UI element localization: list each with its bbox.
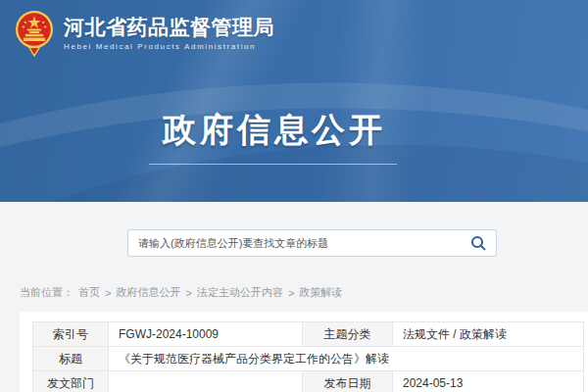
search-icon bbox=[470, 235, 486, 251]
table-row: 标题 《关于规范医疗器械产品分类界定工作的公告》解读 bbox=[33, 347, 584, 371]
breadcrumb-item-home[interactable]: 首页 bbox=[78, 285, 100, 300]
breadcrumb-separator: > bbox=[288, 287, 294, 299]
info-table: 索引号 FGWJ-2024-10009 主题分类 法规文件 / 政策解读 标题 … bbox=[32, 321, 584, 392]
topic-category-label: 主题分类 bbox=[303, 322, 393, 347]
brand-home-link[interactable]: 河北省药品监督管理局 Hebei Medical Products Admini… bbox=[14, 9, 274, 58]
header-banner: 河北省药品监督管理局 Hebei Medical Products Admini… bbox=[0, 0, 588, 202]
publish-date-value: 2024-05-13 bbox=[393, 371, 584, 392]
breadcrumb-item-statutory-disclosure[interactable]: 法定主动公开内容 bbox=[197, 285, 283, 300]
table-row: 发文部门 发布日期 2024-05-13 bbox=[33, 371, 584, 392]
breadcrumb-item-policy-interpretation: 政策解读 bbox=[299, 285, 342, 300]
breadcrumb-item-gov-info[interactable]: 政府信息公开 bbox=[116, 285, 180, 300]
index-number-label: 索引号 bbox=[33, 322, 109, 347]
breadcrumb-separator: > bbox=[185, 287, 191, 299]
brand-names: 河北省药品监督管理局 Hebei Medical Products Admini… bbox=[64, 16, 274, 51]
page: 河北省药品监督管理局 Hebei Medical Products Admini… bbox=[0, 0, 588, 392]
national-emblem-icon bbox=[14, 9, 55, 58]
search-button[interactable] bbox=[468, 233, 488, 253]
title-value: 《关于规范医疗器械产品分类界定工作的公告》解读 bbox=[109, 347, 584, 371]
search-input[interactable] bbox=[138, 237, 468, 249]
issuing-dept-label: 发文部门 bbox=[33, 371, 109, 392]
issuing-dept-value bbox=[109, 371, 303, 392]
topic-category-value: 法规文件 / 政策解读 bbox=[393, 322, 584, 347]
table-row: 索引号 FGWJ-2024-10009 主题分类 法规文件 / 政策解读 bbox=[33, 322, 584, 347]
index-number-value: FGWJ-2024-10009 bbox=[109, 322, 303, 347]
breadcrumb-label: 当前位置： bbox=[20, 285, 74, 300]
org-name-en: Hebei Medical Products Administration bbox=[64, 42, 274, 51]
publish-date-label: 发布日期 bbox=[303, 371, 393, 392]
page-title: 政府信息公开 bbox=[0, 108, 549, 153]
search-box bbox=[127, 229, 497, 257]
content-panel: 索引号 FGWJ-2024-10009 主题分类 法规文件 / 政策解读 标题 … bbox=[20, 312, 588, 392]
title-label: 标题 bbox=[33, 347, 109, 371]
title-divider bbox=[149, 164, 397, 165]
org-name-cn: 河北省药品监督管理局 bbox=[64, 16, 274, 39]
breadcrumb: 当前位置： 首页 > 政府信息公开 > 法定主动公开内容 > 政策解读 bbox=[20, 285, 347, 300]
breadcrumb-separator: > bbox=[105, 287, 111, 299]
